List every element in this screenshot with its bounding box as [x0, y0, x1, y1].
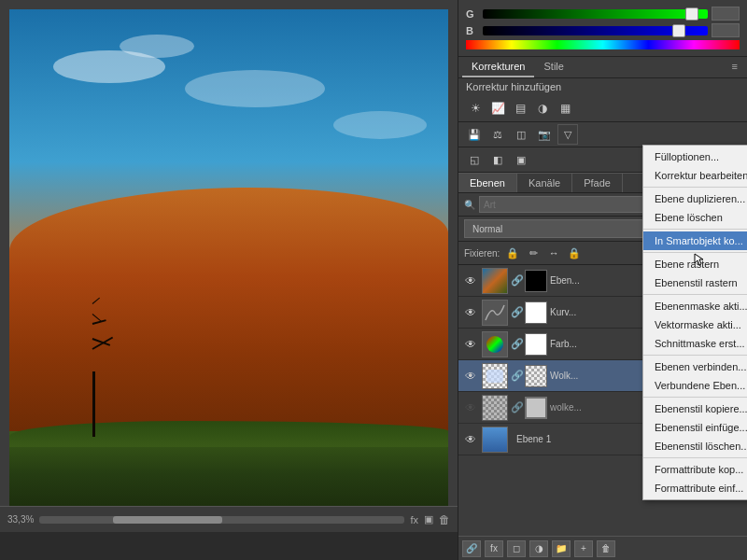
- tab-korrekturen[interactable]: Korrekturen: [462, 57, 534, 77]
- fix-label: Fixieren:: [464, 248, 500, 259]
- sliders-section: G 237 B 222: [458, 0, 747, 57]
- layer-thumb-0: [482, 268, 508, 294]
- menu-item-ebenenstil-loeschen[interactable]: Ebenenstil löschen...: [643, 437, 747, 455]
- new-layer-button[interactable]: +: [574, 540, 593, 557]
- ch2-icon[interactable]: ◧: [487, 149, 508, 170]
- mask-button[interactable]: ◻: [507, 540, 526, 557]
- fx-layers-button[interactable]: fx: [485, 540, 503, 557]
- adj-icons-bar2: 💾 ⚖ ◫ 📷 ▽: [458, 122, 747, 147]
- layer-chain-3: 🔗: [511, 370, 520, 382]
- g-slider-track[interactable]: [483, 9, 708, 19]
- bw-adj-icon[interactable]: ◫: [511, 124, 531, 145]
- g-value-input[interactable]: 237: [712, 7, 740, 21]
- new-layer-icon[interactable]: ▣: [424, 513, 433, 525]
- ch3-icon[interactable]: ▣: [511, 149, 531, 170]
- fix-icon-move[interactable]: ↔: [546, 245, 561, 260]
- menu-item-verbundene-ebenen[interactable]: Verbundene Eben...: [643, 376, 747, 395]
- menu-item-formattribute-einfuegen[interactable]: Formattribute einf...: [643, 479, 747, 497]
- folder-button[interactable]: 📁: [552, 540, 571, 557]
- tab-pfade[interactable]: Pfade: [572, 174, 623, 192]
- delete-layer-button[interactable]: 🗑: [597, 540, 615, 557]
- fx-button[interactable]: fx: [410, 514, 418, 525]
- panel-tabs: Korrekturen Stile ≡: [458, 57, 747, 78]
- menu-item-ebenenstil-einfuegen[interactable]: Ebenenstil einfüge...: [643, 418, 747, 437]
- menu-sep-1: [643, 187, 747, 188]
- menu-item-fulloptions[interactable]: Fülloptionen...: [643, 147, 747, 166]
- b-slider-thumb[interactable]: [672, 24, 685, 37]
- save-adj-icon[interactable]: 💾: [464, 124, 485, 145]
- adj-button[interactable]: ◑: [529, 540, 548, 557]
- canvas-area: 33,3% fx ▣ 🗑: [0, 0, 458, 532]
- exposure-icon[interactable]: ◑: [533, 99, 552, 118]
- layer-mask-3: [525, 365, 547, 387]
- context-menu: Fülloptionen... Korrektur bearbeiten Ebe…: [642, 145, 747, 500]
- menu-item-ebene-rastern[interactable]: Ebene rastern: [643, 255, 747, 273]
- menu-item-ebenenstil-kopieren[interactable]: Ebenenstil kopiere...: [643, 399, 747, 418]
- photo-canvas: [9, 9, 448, 518]
- menu-sep-6: [643, 397, 747, 398]
- blend-mode-select[interactable]: Normal: [464, 219, 664, 238]
- layer-thumb-1: [482, 300, 508, 326]
- layer-mask-0: [525, 270, 547, 292]
- layer-visibility-1[interactable]: 👁: [462, 304, 479, 321]
- adj-icons-bar1: ☀ 📈 ▤ ◑ ▦: [458, 95, 747, 122]
- layer-thumb-5: [482, 427, 508, 453]
- tab-stile[interactable]: Stile: [534, 57, 572, 77]
- menu-item-schnittmaske[interactable]: Schnittmaske erst...: [643, 334, 747, 353]
- color-bar: [466, 40, 740, 49]
- menu-item-ebene-loeschen[interactable]: Ebene löschen: [643, 208, 747, 227]
- layer-visibility-3[interactable]: 👁: [462, 368, 479, 385]
- menu-sep-3: [643, 252, 747, 253]
- fix-icon-lock[interactable]: 🔒: [505, 245, 520, 260]
- menu-item-ebene-duplizieren[interactable]: Ebene duplizieren...: [643, 189, 747, 208]
- ch1-icon[interactable]: ◱: [464, 149, 485, 170]
- layer-visibility-2[interactable]: 👁: [462, 336, 479, 353]
- layer-chain-2: 🔗: [511, 338, 520, 350]
- g-slider-thumb[interactable]: [685, 7, 698, 21]
- trash-icon[interactable]: 🗑: [439, 513, 450, 526]
- b-slider-track[interactable]: [483, 26, 708, 35]
- menu-sep-5: [643, 355, 747, 356]
- layer-chain-1: 🔗: [511, 306, 520, 318]
- menu-item-korrektur-bearbeiten[interactable]: Korrektur bearbeiten: [643, 166, 747, 185]
- link-button[interactable]: 🔗: [462, 540, 481, 557]
- menu-item-smartobjekt[interactable]: In Smartobjekt ko...: [643, 231, 747, 250]
- menu-item-ebenenstil-rastern[interactable]: Ebenenstil rastern: [643, 273, 747, 292]
- b-slider-row: B 222: [466, 23, 740, 37]
- gradient-adj-icon[interactable]: ▽: [557, 124, 578, 145]
- menu-item-ebenen-verbinden[interactable]: Ebenen verbinden...: [643, 357, 747, 376]
- layer-mask-4: [525, 397, 547, 419]
- fix-icon-brush[interactable]: ✏: [526, 245, 541, 260]
- corrections-label: Korrektur hinzufügen: [458, 78, 747, 95]
- panel-menu-icon[interactable]: ≡: [726, 57, 743, 77]
- layer-chain-4: 🔗: [511, 401, 520, 413]
- layer-visibility-5[interactable]: 👁: [462, 431, 479, 448]
- menu-item-ebenenmaske[interactable]: Ebenenmaske akti...: [643, 297, 747, 315]
- brightness-icon[interactable]: ☀: [466, 99, 485, 118]
- balance-adj-icon[interactable]: ⚖: [487, 124, 508, 145]
- vibrance-icon[interactable]: ▦: [556, 99, 574, 118]
- canvas-bottom-bar: 33,3% fx ▣ 🗑: [0, 506, 458, 532]
- menu-sep-4: [643, 294, 747, 295]
- layer-chain-0: 🔗: [511, 274, 520, 287]
- layer-mask-1: [525, 301, 547, 324]
- layer-visibility-4[interactable]: 👁: [462, 399, 479, 416]
- scroll-bar[interactable]: [39, 516, 404, 524]
- photo-adj-icon[interactable]: 📷: [534, 124, 555, 145]
- search-icon: 🔍: [464, 200, 475, 210]
- b-value-input[interactable]: 222: [712, 23, 740, 37]
- menu-item-formattribute-kopieren[interactable]: Formattribute kop...: [643, 460, 747, 479]
- b-label: B: [466, 25, 479, 36]
- layer-visibility-0[interactable]: 👁: [462, 273, 479, 289]
- tab-kanaele[interactable]: Kanäle: [517, 174, 572, 192]
- layer-thumb-2: [482, 331, 508, 357]
- fix-icon-all[interactable]: 🔒: [567, 245, 582, 260]
- layer-thumb-3: [482, 363, 508, 389]
- menu-item-vektormaske[interactable]: Vektormaske akti...: [643, 315, 747, 334]
- tab-ebenen[interactable]: Ebenen: [458, 174, 517, 192]
- levels-icon[interactable]: ▤: [511, 99, 529, 118]
- zoom-level: 33,3%: [7, 514, 34, 525]
- curves-icon[interactable]: 📈: [488, 99, 507, 118]
- g-slider-row: G 237: [466, 7, 740, 21]
- layer-mask-2: [525, 333, 547, 356]
